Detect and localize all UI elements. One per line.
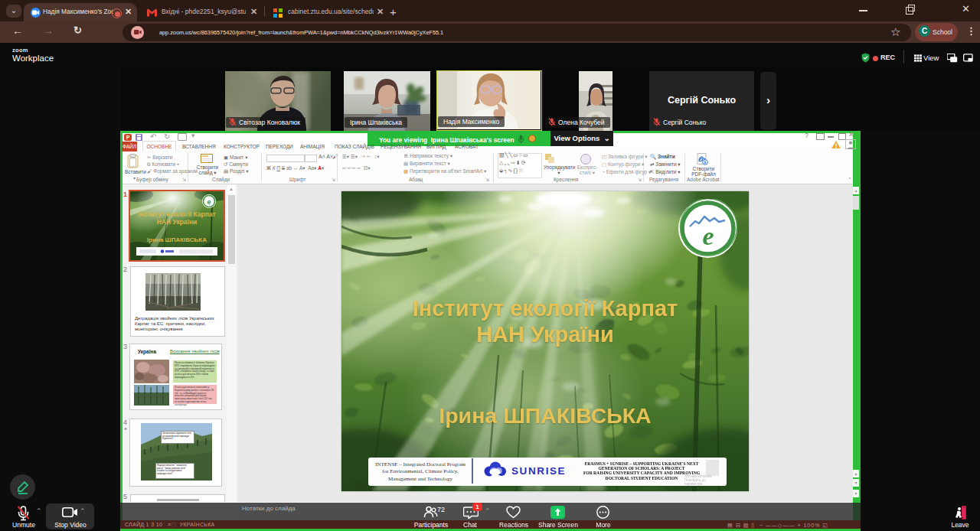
svg-text:НАН України: НАН України	[157, 218, 198, 226]
svg-text:e: e	[702, 222, 714, 250]
svg-text:e: e	[207, 198, 211, 206]
svg-text:Ірина ШПАКІВСЬКА: Ірина ШПАКІВСЬКА	[147, 236, 207, 243]
svg-text:Інститут екології Карпат: Інститут екології Карпат	[138, 210, 216, 218]
